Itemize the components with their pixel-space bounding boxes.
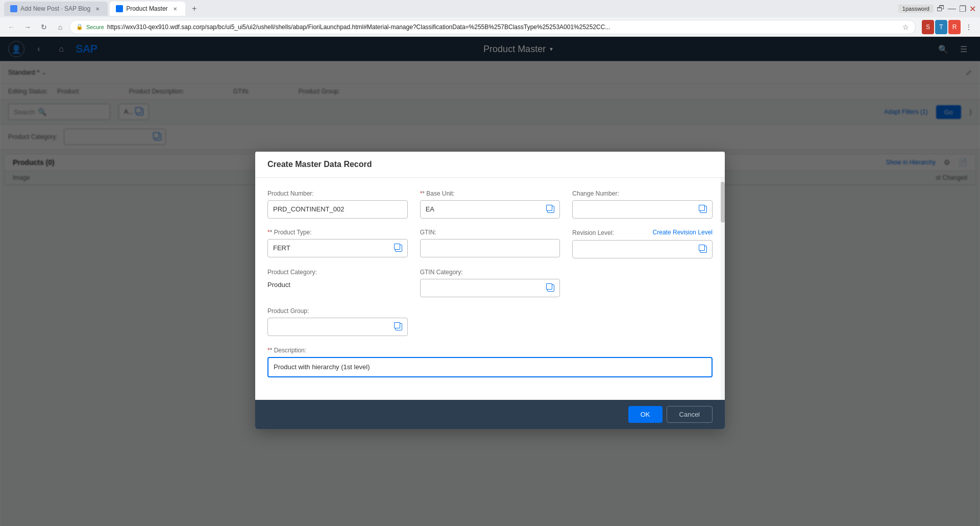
modal-title: Create Master Data Record — [255, 152, 725, 178]
maximize-button[interactable]: ❐ — [959, 4, 966, 14]
change-number-input[interactable] — [572, 200, 713, 219]
form-col-change-number: Change Number: — [572, 190, 713, 219]
copy-icon-gtin-category[interactable] — [547, 284, 554, 292]
url-text: https://wxv310-qex910.wdf.sap.corp/sap/b… — [107, 23, 899, 31]
base-unit-value: EA — [426, 205, 434, 213]
menu-icon[interactable]: ⋮ — [962, 20, 976, 34]
extension3-icon[interactable]: R — [948, 20, 961, 34]
ok-button[interactable]: OK — [628, 406, 663, 423]
form-col-product-type: ** Product Type: FERT — [267, 229, 408, 258]
form-row-3: Product Category: Product GTIN Category: — [267, 269, 713, 297]
lock-icon: 🔒 — [76, 23, 83, 30]
form-col-base-unit: ** Base Unit: EA — [420, 190, 560, 219]
product-category-form-label: Product Category: — [267, 269, 408, 276]
product-number-value: PRD_CONTINENT_002 — [273, 205, 344, 213]
form-col-product-group: Product Group: — [267, 307, 408, 336]
browser-toolbar: ← → ↻ ⌂ 🔒 Secure https://wxv310-qex910.w… — [0, 17, 980, 37]
revision-level-input[interactable] — [572, 240, 713, 258]
base-unit-label: ** Base Unit: — [420, 190, 560, 197]
gtin-category-label: GTIN Category: — [420, 269, 560, 276]
back-button[interactable]: ← — [4, 20, 18, 34]
form-col-empty-3 — [572, 307, 713, 336]
description-value: Product with hierarchy (1st level) — [274, 363, 370, 371]
tab-favicon-blog — [10, 5, 17, 12]
form-col-product-number: Product Number: PRD_CONTINENT_002 — [267, 190, 408, 219]
modal-footer: OK Cancel — [255, 400, 725, 429]
home-button[interactable]: ⌂ — [53, 20, 67, 34]
new-tab-button[interactable]: + — [187, 2, 202, 16]
copy-icon-product-group[interactable] — [395, 323, 402, 330]
restore-button[interactable]: 🗗 — [937, 4, 945, 13]
product-number-input[interactable]: PRD_CONTINENT_002 — [267, 200, 408, 219]
browser-tab-product-master[interactable]: Product Master ✕ — [110, 2, 185, 16]
change-number-label: Change Number: — [572, 190, 713, 197]
gtin-category-input[interactable] — [420, 279, 560, 297]
form-col-gtin-category: GTIN Category: — [420, 269, 560, 297]
create-master-data-dialog: Create Master Data Record Product Number… — [255, 152, 725, 429]
product-type-label: ** Product Type: — [267, 229, 408, 236]
gtin-label: GTIN: — [420, 229, 560, 236]
gtin-input[interactable] — [420, 239, 560, 257]
revision-level-label: Revision Level: — [572, 229, 614, 236]
browser-actions: S T R ⋮ — [922, 20, 976, 34]
form-row-4: Product Group: — [267, 307, 713, 336]
description-label: ** Description: — [267, 347, 306, 354]
product-number-label: Product Number: — [267, 190, 408, 197]
copy-icon-base-unit[interactable] — [547, 206, 554, 213]
form-col-gtin: GTIN: — [420, 229, 560, 258]
base-unit-input[interactable]: EA — [420, 200, 560, 219]
address-bar[interactable]: 🔒 Secure https://wxv310-qex910.wdf.sap.c… — [69, 20, 916, 34]
form-row-2: ** Product Type: FERT GTIN: Revision — [267, 229, 713, 258]
bookmark-icon[interactable]: ☆ — [902, 23, 909, 31]
extension2-icon[interactable]: T — [935, 20, 947, 34]
modal-overlay: Create Master Data Record Product Number… — [0, 37, 980, 526]
forward-button[interactable]: → — [20, 20, 35, 34]
sap-app: 👤 ‹ ⌂ SAP Product Master ▾ 🔍 ☰ Standard … — [0, 37, 980, 526]
close-window-button[interactable]: ✕ — [969, 4, 976, 14]
product-type-value: FERT — [273, 244, 290, 252]
form-row-5-description: ** Description: Product with hierarchy (… — [267, 346, 713, 377]
product-type-input[interactable]: FERT — [267, 239, 408, 257]
form-col-product-category: Product Category: Product — [267, 269, 408, 297]
modal-scroll-thumb — [721, 182, 725, 223]
copy-icon-change-number[interactable] — [700, 206, 707, 213]
extensions-icon[interactable]: S — [922, 20, 934, 34]
form-col-empty-right — [572, 269, 713, 297]
modal-body: Product Number: PRD_CONTINENT_002 ** Bas… — [255, 178, 725, 400]
tab-close-blog[interactable]: ✕ — [93, 5, 102, 13]
copy-icon-product-type[interactable] — [395, 245, 402, 252]
reload-button[interactable]: ↻ — [37, 20, 51, 34]
modal-scrollbar[interactable] — [721, 178, 725, 400]
browser-tab-sap-blog[interactable]: Add New Post · SAP Blog ✕ — [4, 2, 108, 16]
product-group-form-label: Product Group: — [267, 307, 408, 315]
browser-tab-bar: Add New Post · SAP Blog ✕ Product Master… — [0, 0, 980, 17]
description-input[interactable]: Product with hierarchy (1st level) — [267, 357, 713, 377]
tab-label-product: Product Master — [126, 5, 167, 12]
secure-text: Secure — [86, 24, 104, 30]
tab-favicon-product — [116, 5, 123, 12]
form-col-revision-level: Revision Level: Create Revision Level — [572, 229, 713, 258]
cancel-button[interactable]: Cancel — [667, 406, 713, 423]
form-col-empty-2 — [420, 307, 560, 336]
tab-close-product[interactable]: ✕ — [171, 5, 179, 13]
minimize-button[interactable]: — — [948, 4, 956, 13]
create-revision-level-link[interactable]: Create Revision Level — [653, 229, 713, 236]
password-manager[interactable]: 1password — [898, 5, 934, 13]
product-group-input[interactable] — [267, 318, 408, 336]
browser-chrome: Add New Post · SAP Blog ✕ Product Master… — [0, 0, 980, 37]
form-row-1: Product Number: PRD_CONTINENT_002 ** Bas… — [267, 190, 713, 219]
product-category-sublabel: Product — [267, 279, 408, 291]
tab-label-blog: Add New Post · SAP Blog — [20, 5, 90, 12]
copy-icon-revision-level[interactable] — [700, 246, 707, 253]
